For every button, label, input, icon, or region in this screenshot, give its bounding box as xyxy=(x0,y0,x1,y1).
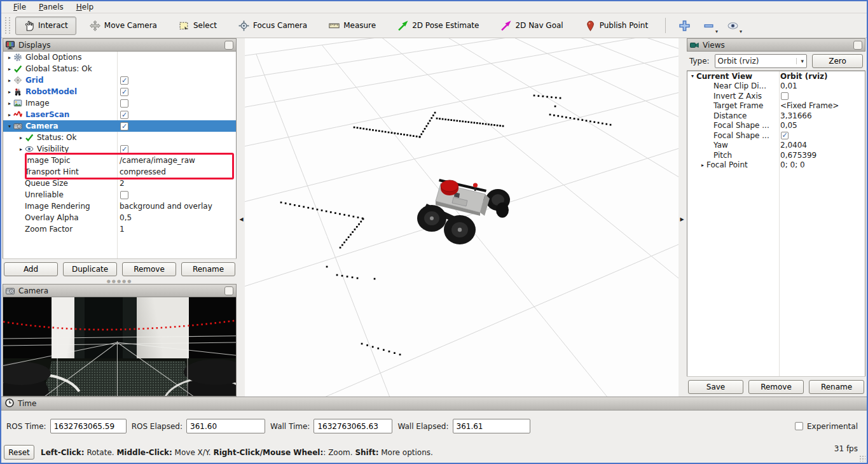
displays-row-unreliable[interactable]: Unreliable xyxy=(3,189,236,200)
displays-rename-button[interactable]: Rename xyxy=(181,262,235,276)
row-value[interactable]: 0,675399 xyxy=(780,151,816,160)
row-value[interactable]: 0,01 xyxy=(780,81,797,90)
views-rename-button[interactable]: Rename xyxy=(809,380,864,394)
expander-closed-icon[interactable]: ▸ xyxy=(699,162,706,168)
displays-row-status-ok[interactable]: ▸Status: Ok xyxy=(3,132,236,143)
displays-remove-button[interactable]: Remove xyxy=(122,262,176,276)
enabled-checkbox[interactable]: ✓ xyxy=(120,145,128,153)
views-row-focal-point[interactable]: ▸Focal Point0; 0; 0 xyxy=(687,160,865,171)
displays-row-transport-hint[interactable]: Transport Hintcompressed xyxy=(3,166,236,178)
displays-row-queue-size[interactable]: Queue Size2 xyxy=(3,178,236,189)
tool-select[interactable]: Select xyxy=(170,17,225,35)
time-field-input[interactable] xyxy=(313,419,392,433)
tool-interact[interactable]: Interact xyxy=(15,17,76,35)
experimental-checkbox[interactable] xyxy=(795,422,803,430)
views-row-focal-shape-[interactable]: Focal Shape ...✓ xyxy=(687,130,865,141)
enabled-checkbox[interactable]: ✓ xyxy=(120,122,128,130)
enabled-checkbox[interactable]: ✓ xyxy=(120,76,128,85)
property-checkbox[interactable]: ✓ xyxy=(781,132,789,139)
views-row-near-clip-di-[interactable]: Near Clip Di...0,01 xyxy=(687,81,865,92)
views-row-target-frame[interactable]: Target Frame<Fixed Frame> xyxy=(687,101,865,111)
row-value[interactable]: compressed xyxy=(120,167,166,176)
zoom-out-button[interactable]: ▾ xyxy=(698,17,719,34)
camera-panel-header[interactable]: Camera xyxy=(3,285,236,297)
collapse-right-dock-arrow[interactable]: ▶ xyxy=(679,211,685,227)
zero-button[interactable]: Zero xyxy=(812,54,863,68)
displays-row-robotmodel[interactable]: ▸RobotModel✓ xyxy=(3,86,236,97)
views-panel-float-button[interactable] xyxy=(853,41,862,50)
displays-panel-float-button[interactable] xyxy=(224,41,233,50)
expander-closed-icon[interactable]: ▸ xyxy=(6,78,13,83)
displays-panel-header[interactable]: Displays xyxy=(3,39,236,52)
row-value[interactable]: <Fixed Frame> xyxy=(780,101,839,110)
row-value[interactable]: background and overlay xyxy=(120,202,212,211)
displays-row-overlay-alpha[interactable]: Overlay Alpha0,5 xyxy=(3,212,236,223)
views-remove-button[interactable]: Remove xyxy=(748,380,804,394)
property-checkbox[interactable] xyxy=(781,92,789,100)
views-row-yaw[interactable]: Yaw2,0404 xyxy=(687,141,865,151)
views-row-distance[interactable]: Distance3,31666 xyxy=(687,111,865,121)
tool-focus-camera[interactable]: Focus Camera xyxy=(230,17,315,35)
menu-file[interactable]: File xyxy=(8,2,32,12)
displays-row-global-options[interactable]: ▸Global Options xyxy=(3,52,236,63)
displays-row-image-topic[interactable]: Image Topic/camera/image_raw xyxy=(3,155,236,166)
expander-closed-icon[interactable]: ▸ xyxy=(6,89,13,95)
views-row-invert-z-axis[interactable]: Invert Z Axis xyxy=(687,91,865,101)
enabled-checkbox[interactable] xyxy=(120,99,128,108)
resize-grip[interactable] xyxy=(859,455,865,461)
expander-open-icon[interactable]: ▾ xyxy=(689,73,696,79)
displays-row-image-rendering[interactable]: Image Renderingbackground and overlay xyxy=(3,200,236,212)
menu-panels[interactable]: Panels xyxy=(33,2,69,12)
row-value[interactable]: 0,5 xyxy=(120,213,132,222)
displays-row-zoom-factor[interactable]: Zoom Factor1 xyxy=(3,223,236,235)
displays-add-button[interactable]: Add xyxy=(4,262,58,276)
zoom-in-button[interactable] xyxy=(673,17,695,34)
row-value[interactable]: 3,31666 xyxy=(780,111,812,120)
displays-row-camera[interactable]: ▾Camera✓ xyxy=(3,120,236,132)
views-row-pitch[interactable]: Pitch0,675399 xyxy=(687,150,865,160)
row-value[interactable]: 0,05 xyxy=(780,121,797,130)
time-field-input[interactable] xyxy=(186,419,265,433)
expander-closed-icon[interactable]: ▸ xyxy=(6,112,13,118)
expander-closed-icon[interactable]: ▸ xyxy=(17,146,25,152)
views-save-button[interactable]: Save xyxy=(688,380,743,394)
enabled-checkbox[interactable]: ✓ xyxy=(120,111,128,119)
time-field-input[interactable] xyxy=(50,419,127,433)
reset-button[interactable]: Reset xyxy=(4,445,34,460)
displays-duplicate-button[interactable]: Duplicate xyxy=(63,262,117,276)
row-value[interactable]: /camera/image_raw xyxy=(120,156,195,165)
enabled-checkbox[interactable] xyxy=(120,191,128,199)
row-value[interactable]: 2,0404 xyxy=(780,141,807,150)
expander-closed-icon[interactable]: ▸ xyxy=(17,135,25,141)
tool-2d-nav-goal[interactable]: 2D Nav Goal xyxy=(492,17,571,35)
expander-closed-icon[interactable]: ▸ xyxy=(6,55,13,60)
views-row-current-view[interactable]: ▾Current ViewOrbit (rviz) xyxy=(687,71,865,81)
menu-help[interactable]: Help xyxy=(71,2,99,12)
displays-row-grid[interactable]: ▸Grid✓ xyxy=(3,74,236,86)
time-panel-header[interactable]: Time xyxy=(1,397,867,411)
expander-open-icon[interactable]: ▾ xyxy=(6,123,13,129)
row-value[interactable]: 2 xyxy=(120,179,125,188)
collapse-left-dock-arrow[interactable]: ◀ xyxy=(238,211,245,227)
expander-closed-icon[interactable]: ▸ xyxy=(6,101,13,106)
expander-closed-icon[interactable]: ▸ xyxy=(6,66,13,72)
dock-splitter[interactable]: ●●●●● xyxy=(3,279,237,284)
toolbar-drag-handle[interactable] xyxy=(5,17,10,34)
row-value[interactable]: 0; 0; 0 xyxy=(780,160,805,169)
time-field-input[interactable] xyxy=(453,419,530,433)
camera-visibility-button[interactable]: ▾ xyxy=(722,17,743,34)
displays-row-image[interactable]: ▸Image xyxy=(3,97,236,109)
views-row-focal-shape-[interactable]: Focal Shape ...0,05 xyxy=(687,121,865,131)
tool-2d-pose-estimate[interactable]: 2D Pose Estimate xyxy=(389,17,487,35)
row-value[interactable]: 1 xyxy=(120,225,125,234)
displays-row-laserscan[interactable]: ▸LaserScan✓ xyxy=(3,109,236,120)
displays-row-global-status-ok[interactable]: ▸Global Status: Ok xyxy=(3,63,236,74)
tool-move-camera[interactable]: Move Camera xyxy=(81,17,165,35)
views-panel-header[interactable]: Views xyxy=(687,39,865,52)
camera-panel-float-button[interactable] xyxy=(224,286,233,295)
enabled-checkbox[interactable]: ✓ xyxy=(120,88,128,96)
3d-viewport[interactable] xyxy=(245,38,679,397)
displays-row-visibility[interactable]: ▸Visibility✓ xyxy=(3,143,236,155)
row-value[interactable]: Orbit (rviz) xyxy=(780,72,828,81)
tool-publish-point[interactable]: Publish Point xyxy=(577,17,656,35)
